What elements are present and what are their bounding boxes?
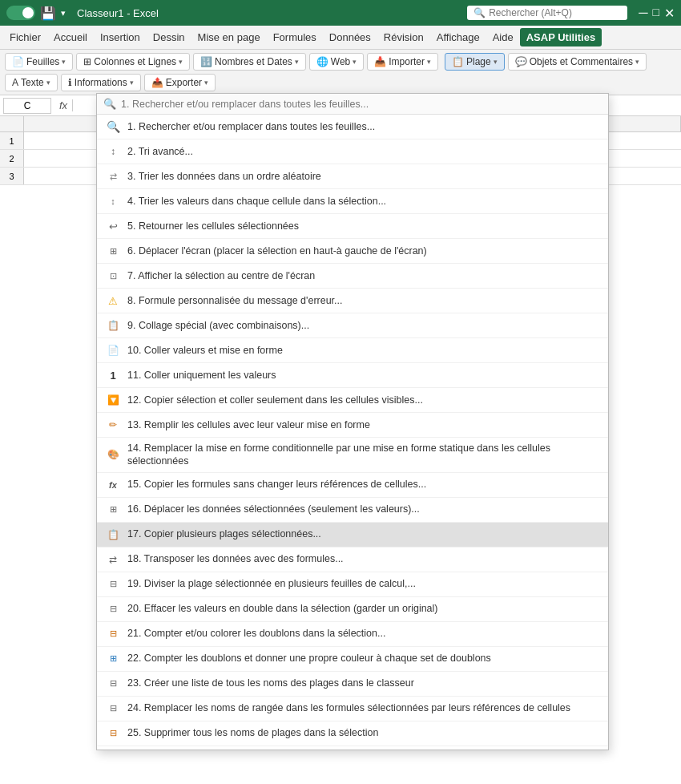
corner-cell: [0, 116, 24, 131]
item-icon-3: ⇄: [105, 168, 121, 184]
dropdown-item-1[interactable]: 🔍 1. Rechercher et/ou remplacer dans tou…: [97, 115, 608, 139]
dropdown-search-input[interactable]: [121, 99, 602, 110]
toggle-thumb: [22, 7, 34, 18]
item-icon-9: 📋: [105, 317, 121, 333]
search-input[interactable]: [489, 7, 609, 18]
dropdown-item-12[interactable]: 🔽 12. Copier sélection et coller seuleme…: [97, 388, 608, 413]
item-icon-6: ⊞: [105, 243, 121, 259]
dropdown-item-25[interactable]: ⊟ 25. Supprimer tous les noms de plages …: [97, 721, 608, 746]
fx-label: fx: [54, 99, 73, 111]
dropdown-item-2[interactable]: ↕ 2. Tri avancé...: [97, 139, 608, 164]
row-num-3: 3: [0, 168, 24, 184]
dropdown-item-18[interactable]: ⇄ 18. Transposer les données avec des fo…: [97, 548, 608, 572]
menu-item-insertion[interactable]: Insertion: [94, 28, 147, 46]
item-icon-2: ↕: [105, 143, 121, 160]
item-icon-24: ⊟: [105, 701, 121, 717]
ribbon-btn-colonnes-lignes[interactable]: ⊞ Colonnes et Lignes ▾: [76, 53, 190, 71]
dropdown-arrow[interactable]: ▾: [61, 8, 66, 18]
dropdown-item-8[interactable]: ⚠ 8. Formule personnalisée du message d'…: [97, 289, 608, 313]
menu-item-accueil[interactable]: Accueil: [47, 28, 94, 46]
item-icon-23: ⊟: [105, 676, 121, 692]
dropdown-item-26[interactable]: ⊟ 26. Supprimer tous les noms de plages …: [97, 746, 608, 751]
dropdown-item-21[interactable]: ⊟ 21. Compter et/ou colorer les doublons…: [97, 622, 608, 647]
item-text-24: 24. Remplacer les noms de rangée dans le…: [127, 701, 570, 714]
item-text-6: 6. Déplacer l'écran (placer la sélection…: [127, 244, 427, 257]
minimize-btn[interactable]: ─: [639, 6, 647, 21]
item-icon-11: 1: [105, 367, 121, 383]
ribbon-btn-plage[interactable]: 📋 Plage ▾: [445, 53, 505, 71]
dropdown-item-16[interactable]: ⊞ 16. Déplacer les données sélectionnées…: [97, 498, 608, 523]
import-icon: 📥: [374, 56, 386, 67]
ribbon-btn-importer[interactable]: 📥 Importer ▾: [367, 53, 438, 71]
dropdown-item-10[interactable]: 📄 10. Coller valeurs et mise en forme: [97, 338, 608, 363]
item-icon-15: fx: [105, 477, 121, 493]
ribbon-btn-exporter[interactable]: 📤 Exporter ▾: [144, 74, 216, 91]
item-text-12: 12. Copier sélection et coller seulement…: [127, 394, 423, 406]
item-text-15: 15. Copier les formules sans changer leu…: [127, 478, 426, 491]
item-icon-19: ⊟: [105, 576, 121, 592]
feuilles-icon: 📄: [12, 56, 24, 67]
ribbon-btn-texte[interactable]: A Texte ▾: [5, 74, 58, 91]
ribbon-btn-objets[interactable]: 💬 Objets et Commentaires ▾: [508, 53, 647, 71]
item-icon-12: 🔽: [105, 392, 121, 408]
item-icon-21: ⊟: [105, 626, 121, 642]
dropdown-item-17[interactable]: 📋 17. Copier plusieurs plages sélectionn…: [97, 523, 608, 548]
item-icon-13: ✏: [105, 417, 121, 433]
dropdown-item-5[interactable]: ↩ 5. Retourner les cellules sélectionnée…: [97, 214, 608, 239]
menu-item-formules[interactable]: Formules: [267, 28, 323, 46]
search-box[interactable]: 🔍: [467, 6, 627, 20]
export-icon: 📤: [151, 77, 163, 88]
search-icon: 🔍: [473, 7, 486, 18]
item-text-11: 11. Coller uniquement les valeurs: [127, 369, 276, 382]
dropdown-item-23[interactable]: ⊟ 23. Créer une liste de tous les noms d…: [97, 672, 608, 697]
ribbon-btn-informations[interactable]: ℹ Informations ▾: [61, 74, 141, 91]
web-chevron: ▾: [353, 58, 357, 66]
import-chevron: ▾: [427, 58, 431, 66]
close-btn[interactable]: ✕: [664, 6, 675, 21]
item-text-22: 22. Compter les doublons et donner une p…: [127, 652, 491, 665]
objets-icon: 💬: [515, 56, 527, 67]
item-text-7: 7. Afficher la sélection au centre de l'…: [127, 269, 315, 282]
ribbon-btn-web[interactable]: 🌐 Web ▾: [309, 53, 364, 71]
menu-item-aide[interactable]: Aide: [486, 28, 520, 46]
maximize-btn[interactable]: □: [653, 6, 659, 21]
dropdown-item-19[interactable]: ⊟ 19. Diviser la plage sélectionnée en p…: [97, 572, 608, 597]
dropdown-item-14[interactable]: 🎨 14. Remplacer la mise en forme conditi…: [97, 438, 608, 473]
dropdown-item-6[interactable]: ⊞ 6. Déplacer l'écran (placer la sélecti…: [97, 239, 608, 264]
item-icon-14: 🎨: [105, 447, 121, 463]
dropdown-item-24[interactable]: ⊟ 24. Remplacer les noms de rangée dans …: [97, 697, 608, 721]
item-icon-22: ⊞: [105, 651, 121, 667]
menu-item-asap[interactable]: ASAP Utilities: [520, 28, 602, 46]
menu-bar: Fichier Accueil Insertion Dessin Mise en…: [0, 26, 681, 50]
dropdown-search-row: 🔍: [97, 94, 608, 115]
auto-toggle[interactable]: [6, 6, 35, 20]
menu-item-fichier[interactable]: Fichier: [3, 28, 47, 46]
item-icon-26: ⊟: [105, 750, 121, 751]
dropdown-item-11[interactable]: 1 11. Coller uniquement les valeurs: [97, 363, 608, 388]
dropdown-item-13[interactable]: ✏ 13. Remplir les cellules avec leur val…: [97, 413, 608, 438]
item-text-2: 2. Tri avancé...: [127, 145, 193, 158]
menu-item-affichage[interactable]: Affichage: [430, 28, 486, 46]
ribbon-btn-feuilles[interactable]: 📄 Feuilles ▾: [5, 53, 73, 71]
menu-item-donnees[interactable]: Données: [323, 28, 377, 46]
cell-ref-box[interactable]: C: [3, 98, 51, 114]
menu-item-revision[interactable]: Révision: [377, 28, 430, 46]
menu-item-dessin[interactable]: Dessin: [147, 28, 191, 46]
dropdown-item-9[interactable]: 📋 9. Collage spécial (avec combinaisons)…: [97, 313, 608, 338]
info-chevron: ▾: [130, 79, 134, 87]
dropdown-item-3[interactable]: ⇄ 3. Trier les données dans un ordre alé…: [97, 164, 608, 189]
item-text-13: 13. Remplir les cellules avec leur valeu…: [127, 418, 370, 431]
dropdown-item-7[interactable]: ⊡ 7. Afficher la sélection au centre de …: [97, 264, 608, 289]
dropdown-item-4[interactable]: ↕ 4. Trier les valeurs dans chaque cellu…: [97, 189, 608, 214]
save-icon[interactable]: 💾: [40, 6, 56, 21]
item-text-10: 10. Coller valeurs et mise en forme: [127, 344, 283, 357]
dropdown-item-15[interactable]: fx 15. Copier les formules sans changer …: [97, 473, 608, 498]
item-text-23: 23. Créer une liste de tous les noms des…: [127, 677, 414, 689]
ribbon-btn-nombres-dates[interactable]: 🔢 Nombres et Dates ▾: [193, 53, 306, 71]
item-text-20: 20. Effacer les valeurs en double dans l…: [127, 602, 438, 615]
item-text-3: 3. Trier les données dans un ordre aléat…: [127, 170, 321, 183]
dropdown-item-20[interactable]: ⊟ 20. Effacer les valeurs en double dans…: [97, 597, 608, 622]
dropdown-item-22[interactable]: ⊞ 22. Compter les doublons et donner une…: [97, 647, 608, 672]
web-icon: 🌐: [316, 56, 328, 67]
menu-item-mep[interactable]: Mise en page: [191, 28, 267, 46]
